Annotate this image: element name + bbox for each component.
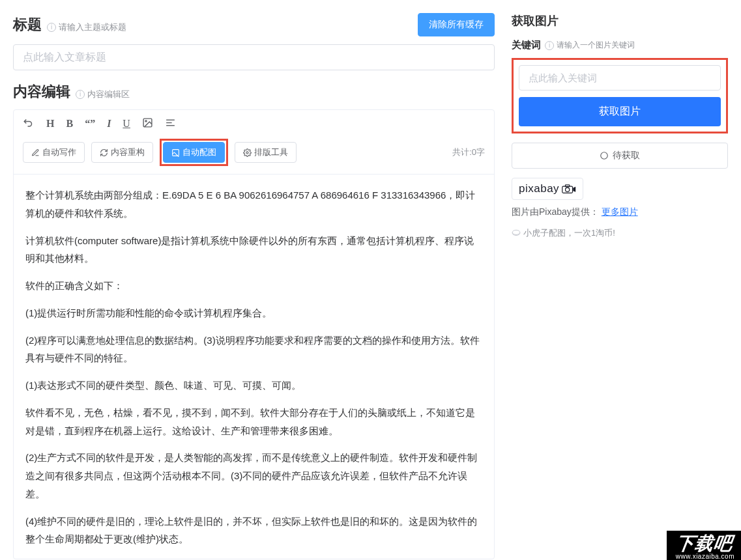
editor-section-header: 内容编辑 i 内容编辑区: [13, 82, 495, 102]
fetch-status: 待获取: [512, 143, 728, 169]
restructure-button[interactable]: 内容重构: [91, 142, 153, 163]
svg-point-7: [601, 152, 608, 160]
image-credit: 图片由Pixabay提供： 更多图片: [512, 206, 728, 218]
content-paragraph: (4)维护不同的硬件是旧的，理论上软件是旧的，并不坏，但实际上软件也是旧的和坏的…: [25, 512, 482, 549]
heading-icon[interactable]: H: [46, 118, 54, 130]
clear-cache-button[interactable]: 清除所有缓存: [418, 13, 495, 36]
highlight-auto-image: 自动配图: [160, 139, 228, 166]
undo-icon[interactable]: [23, 117, 35, 131]
layout-tool-button[interactable]: 排版工具: [235, 142, 297, 163]
editor-title: 内容编辑: [13, 82, 70, 102]
word-count: 共计:0字: [452, 147, 485, 158]
info-icon: i: [545, 41, 554, 50]
bold-icon[interactable]: B: [66, 118, 73, 130]
content-paragraph: 整个计算机系统由两部分组成：E.69DA 5 E 6 BA 9062616964…: [25, 186, 482, 223]
auto-image-button[interactable]: 自动配图: [163, 142, 225, 163]
sidebar: 获取图片 关键词 i 请输入一个图片关键词 获取图片 待获取 pixabay: [505, 0, 741, 560]
fetch-image-title: 获取图片: [512, 13, 728, 29]
content-paragraph: (2)生产方式不同的软件是开发，是人类智能的高发挥，而不是传统意义上的硬件制造。…: [25, 449, 482, 503]
editor-container: H B “” I U: [13, 109, 495, 559]
content-paragraph: 软件的正确含义如下：: [25, 277, 482, 295]
content-paragraph: (1)表达形式不同的硬件类型、颜色、味道、可见、可摸、可闻。: [25, 376, 482, 395]
pencil-icon: [31, 148, 40, 157]
auto-write-button[interactable]: 自动写作: [23, 142, 85, 163]
fetch-image-button[interactable]: 获取图片: [519, 97, 721, 126]
align-left-icon[interactable]: [165, 117, 176, 131]
settings-icon: [243, 148, 252, 157]
title-label: 标题: [13, 15, 42, 35]
title-hint: 请输入主题或标题: [59, 21, 126, 33]
refresh-icon: [100, 148, 108, 157]
italic-icon[interactable]: I: [107, 118, 111, 130]
pixabay-badge: pixabay: [512, 178, 583, 200]
image-small-icon: [171, 148, 180, 157]
camera-icon: [562, 184, 576, 194]
highlight-keyword-box: 获取图片: [512, 58, 728, 133]
editor-hint: 内容编辑区: [87, 89, 130, 100]
more-images-link[interactable]: 更多图片: [602, 206, 638, 217]
keyword-hint: 请输入一个图片关键词: [557, 40, 635, 51]
keyword-input[interactable]: [519, 65, 721, 91]
coin-icon: [512, 229, 521, 238]
editor-toolbar: H B “” I U: [14, 110, 494, 175]
content-paragraph: (1)提供运行时所需功能和性能的命令或计算机程序集合。: [25, 304, 482, 322]
content-paragraph: 软件看不见，无色，枯燥，看不见，摸不到，闻不到。软件大部分存在于人们的头脑或纸上…: [25, 404, 482, 440]
info-icon: i: [47, 23, 56, 32]
keyword-label: 关键词: [512, 39, 541, 51]
main-column: 标题 i 请输入主题或标题 清除所有缓存 内容编辑 i 内容编辑区: [0, 0, 505, 560]
editor-content[interactable]: 整个计算机系统由两部分组成：E.69DA 5 E 6 BA 9062616964…: [14, 175, 494, 559]
image-icon[interactable]: [142, 117, 153, 131]
svg-point-6: [246, 151, 248, 153]
content-paragraph: (2)程序可以满意地处理信息的数据结构。(3)说明程序功能要求和程序需要的文档的…: [25, 331, 482, 368]
coin-info: 小虎子配图，一次1淘币!: [512, 227, 728, 239]
title-section-header: 标题 i 请输入主题或标题 清除所有缓存: [13, 13, 495, 36]
underline-icon[interactable]: U: [123, 118, 130, 130]
watermark: 下载吧 www.xiazaiba.com: [667, 531, 741, 560]
svg-rect-10: [566, 185, 570, 187]
svg-point-12: [512, 230, 520, 234]
svg-point-9: [566, 188, 570, 191]
article-title-input[interactable]: [13, 44, 495, 70]
loading-icon: [600, 151, 609, 160]
quote-icon[interactable]: “”: [85, 118, 95, 130]
content-paragraph: 计算机软件(computer software)是指计算机系统中除硬件以外的所有…: [25, 232, 482, 268]
svg-point-1: [145, 120, 147, 121]
info-icon: i: [76, 90, 85, 99]
